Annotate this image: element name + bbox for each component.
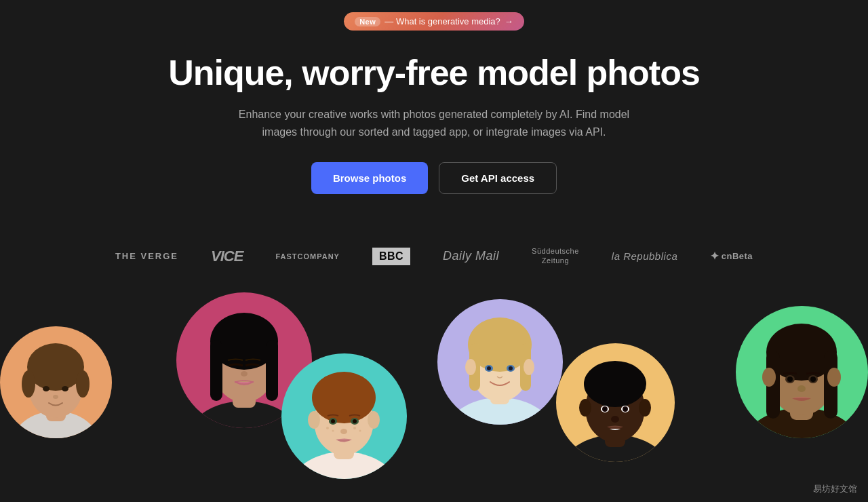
avatar-3-svg: [281, 353, 407, 479]
avatar-1-svg: [0, 326, 112, 438]
avatar-child-boy: [0, 326, 112, 438]
svg-point-46: [584, 361, 646, 407]
svg-point-3: [27, 343, 84, 391]
svg-point-5: [76, 370, 90, 398]
banner-pill[interactable]: New — What is generative media? →: [344, 12, 524, 31]
watermark: 易坊好文馆: [813, 483, 857, 495]
press-logo-dailymail: Daily Mail: [443, 249, 499, 263]
svg-rect-14: [266, 340, 278, 401]
avatar-5-svg: [556, 343, 675, 462]
svg-point-30: [340, 429, 347, 434]
svg-point-8: [53, 395, 58, 399]
hero-section: Unique, worry-free model photos Enhance …: [0, 40, 868, 233]
svg-point-28: [353, 427, 356, 429]
press-logo-verge: THE VERGE: [115, 251, 178, 261]
svg-point-7: [62, 386, 68, 391]
cta-buttons: Browse photos Get API access: [14, 162, 854, 194]
svg-point-4: [22, 370, 35, 398]
svg-point-48: [639, 399, 651, 417]
avatar-6-svg: [736, 306, 868, 438]
avatar-blonde-girl: [437, 299, 563, 425]
press-logo-suddeutsche: SüddeutscheZeitung: [532, 247, 579, 265]
svg-point-67: [810, 376, 816, 382]
svg-point-41: [487, 366, 491, 370]
svg-point-20: [308, 411, 320, 429]
avatar-4-svg: [437, 299, 563, 425]
svg-point-6: [43, 386, 50, 391]
svg-point-37: [465, 359, 476, 375]
press-logo-vice: VICE: [211, 248, 243, 265]
svg-point-62: [762, 368, 776, 387]
hero-title: Unique, worry-free model photos: [14, 54, 854, 92]
press-logo-cnbeta: ✦cnBeta: [710, 250, 753, 263]
svg-point-19: [312, 372, 376, 423]
svg-point-38: [524, 359, 534, 375]
svg-point-15: [241, 371, 248, 376]
svg-point-26: [326, 427, 329, 429]
avatar-mixed-woman: [736, 306, 868, 438]
svg-point-27: [332, 429, 334, 431]
svg-point-21: [368, 411, 380, 429]
svg-point-47: [579, 399, 591, 417]
press-logo-bbc: BBC: [372, 248, 410, 265]
banner-arrow: →: [505, 16, 513, 26]
svg-point-68: [797, 385, 806, 392]
banner-text: — What is generative media?: [384, 16, 500, 26]
svg-point-24: [331, 419, 335, 423]
svg-point-66: [787, 376, 793, 382]
banner-new-label: New: [355, 17, 380, 26]
press-logo-repubblica: la Repubblica: [612, 250, 677, 262]
top-banner: New — What is generative media? →: [0, 0, 868, 40]
svg-point-55: [611, 416, 619, 423]
svg-point-29: [359, 429, 361, 431]
api-access-button[interactable]: Get API access: [439, 162, 557, 194]
avatar-dark-man: [556, 343, 675, 462]
svg-point-25: [353, 419, 357, 423]
svg-rect-13: [210, 340, 222, 401]
svg-point-63: [827, 368, 841, 387]
press-logos-section: THE VERGE VICE FAST​COMPANY BBC Daily Ma…: [0, 233, 868, 278]
avatar-freckles-woman: [281, 353, 407, 479]
hero-description: Enhance your creative works with photos …: [224, 106, 644, 140]
cnbeta-icon: ✦: [710, 250, 719, 263]
svg-point-53: [604, 408, 606, 410]
svg-point-42: [509, 366, 513, 370]
avatars-section: [0, 286, 868, 502]
press-logo-fastcompany: FAST​COMPANY: [275, 252, 340, 260]
svg-point-54: [624, 408, 627, 410]
browse-photos-button[interactable]: Browse photos: [311, 162, 428, 194]
